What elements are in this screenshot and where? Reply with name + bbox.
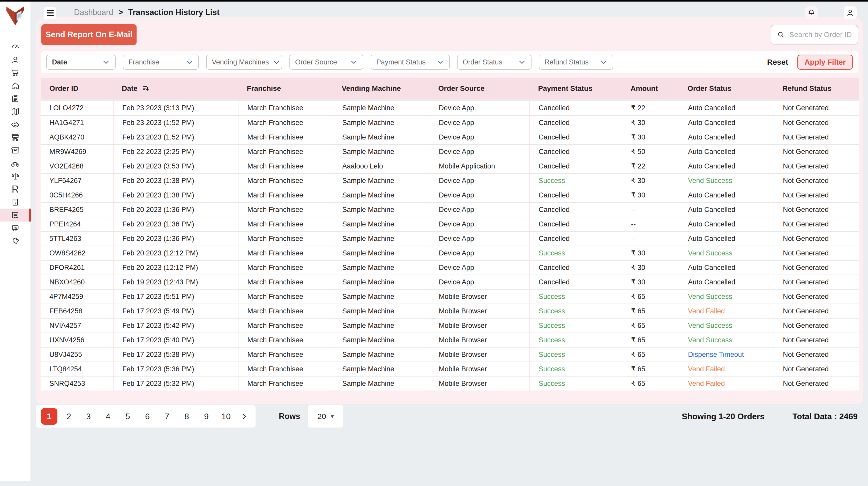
sidebar-item-compliance[interactable] xyxy=(0,170,31,183)
cell-vending-machine: Sample Machine xyxy=(333,362,429,376)
table-row: U8VJ4255Feb 17 2023 (5:38 PM)March Franc… xyxy=(41,347,859,362)
column-header-date[interactable]: Date xyxy=(113,78,238,99)
cell-vending-machine: Sample Machine xyxy=(333,188,429,202)
sidebar-item-machines[interactable] xyxy=(0,221,31,235)
filter-dropdown-order-status[interactable]: Order Status xyxy=(457,55,531,70)
cell-date: Feb 17 2023 (5:51 PM) xyxy=(113,290,238,304)
page-button-2[interactable]: 2 xyxy=(61,408,77,425)
next-page-button[interactable] xyxy=(236,408,252,425)
cell-amount: ₹ 65 xyxy=(622,290,679,304)
cell-order-id: NVIA4257 xyxy=(41,318,113,333)
cell-order-id: DFOR4261 xyxy=(41,261,113,275)
cell-order-status: Auto Cancelled xyxy=(679,101,774,115)
column-label: Payment Status xyxy=(538,84,593,93)
breadcrumb: Dashboard > Transaction History List xyxy=(74,3,220,22)
page-button-5[interactable]: 5 xyxy=(120,408,136,425)
cell-order-source: Device App xyxy=(430,246,529,260)
profile-button[interactable] xyxy=(844,6,857,19)
page-button-7[interactable]: 7 xyxy=(159,408,175,425)
filter-dropdown-franchise[interactable]: Franchise xyxy=(123,55,199,70)
cell-amount: ₹ 22 xyxy=(622,159,679,173)
table-row: OW8S4262Feb 20 2023 (12:12 PM)March Fran… xyxy=(41,246,859,260)
sidebar-item-dashboard[interactable] xyxy=(0,40,31,53)
filter-dropdown-date[interactable]: Date xyxy=(46,55,116,70)
cell-order-id: HA1G4271 xyxy=(41,116,113,130)
send-report-button[interactable]: Send Report On E-Mail xyxy=(41,24,136,45)
page-button-9[interactable]: 9 xyxy=(198,408,215,425)
cell-refund-status: Not Generated xyxy=(774,130,859,144)
apply-filter-button[interactable]: Apply Filter xyxy=(797,55,853,70)
sidebar-item-transaction-history[interactable] xyxy=(0,209,31,221)
cell-date: Feb 22 2023 (2:25 PM) xyxy=(113,145,238,159)
home-icon xyxy=(10,81,20,90)
filter-dropdown-vending-machines[interactable]: Vending Machines xyxy=(206,55,282,70)
sidebar-item-reports[interactable] xyxy=(0,92,31,105)
filter-label-order-status: Order Status xyxy=(463,58,502,66)
sidebar-item-home[interactable] xyxy=(0,79,31,92)
table-row: 0C5H4266Feb 20 2023 (1:38 PM)March Franc… xyxy=(41,188,859,202)
column-header-payment-status: Payment Status xyxy=(529,78,622,99)
filter-dropdown-order-source[interactable]: Order Source xyxy=(289,55,363,70)
sidebar-item-orders[interactable] xyxy=(0,66,31,79)
user-icon xyxy=(10,55,20,64)
cell-vending-machine: Sample Machine xyxy=(333,246,429,260)
sidebar-item-locations[interactable] xyxy=(0,105,31,118)
sidebar: R xyxy=(0,2,31,481)
cell-order-source: Device App xyxy=(430,174,529,188)
menu-toggle-button[interactable] xyxy=(44,7,56,19)
sort-desc-icon[interactable] xyxy=(142,84,150,93)
letter-r-icon: R xyxy=(12,184,19,194)
order-search xyxy=(771,25,858,44)
page-button-6[interactable]: 6 xyxy=(139,408,156,425)
breadcrumb-dashboard[interactable]: Dashboard xyxy=(74,8,113,17)
page-button-1[interactable]: 1 xyxy=(41,408,57,425)
column-header-amount: Amount xyxy=(622,78,679,99)
page-button-10[interactable]: 10 xyxy=(218,408,234,425)
page-button-3[interactable]: 3 xyxy=(80,408,97,425)
table-row: UXNV4256Feb 17 2023 (5:40 PM)March Franc… xyxy=(41,333,859,347)
filter-dropdown-payment-status[interactable]: Payment Status xyxy=(371,55,450,70)
kiosk-icon xyxy=(10,223,20,233)
cell-franchise: March Franchisee xyxy=(238,232,333,246)
cell-payment-status: Cancelled xyxy=(529,145,622,159)
cell-franchise: March Franchisee xyxy=(238,362,333,376)
sidebar-item-partners[interactable] xyxy=(0,118,31,131)
column-header-order-status: Order Status xyxy=(679,78,774,99)
filter-label-refund-status: Refund Status xyxy=(545,58,589,66)
rows-per-page-select[interactable]: 20 ▾ xyxy=(308,405,343,427)
page-button-8[interactable]: 8 xyxy=(179,408,195,425)
page-button-4[interactable]: 4 xyxy=(100,408,116,425)
column-label: Order Source xyxy=(438,84,485,93)
sidebar-item-device-report[interactable] xyxy=(0,195,31,209)
cell-order-status: Auto Cancelled xyxy=(679,203,774,217)
cell-vending-machine: Sample Machine xyxy=(333,174,429,188)
tablet-icon xyxy=(10,198,20,207)
sidebar-item-tags[interactable] xyxy=(0,235,31,247)
filter-dropdown-refund-status[interactable]: Refund Status xyxy=(539,55,613,70)
sidebar-item-customers[interactable] xyxy=(0,53,31,66)
chevron-down-icon xyxy=(269,58,280,66)
cell-order-source: Device App xyxy=(430,101,529,115)
sidebar-item-store[interactable] xyxy=(0,144,31,157)
sidebar-item-franchise-network[interactable] xyxy=(0,131,31,144)
cell-franchise: March Franchisee xyxy=(238,261,333,275)
sidebar-item-refunds[interactable]: R xyxy=(0,183,31,195)
cell-date: Feb 17 2023 (5:38 PM) xyxy=(113,347,238,362)
cell-order-status: Vend Success xyxy=(679,174,774,188)
search-input[interactable] xyxy=(789,31,852,39)
franchise-icon xyxy=(10,133,20,142)
cell-franchise: March Franchisee xyxy=(238,304,333,318)
column-header-refund-status: Refund Status xyxy=(774,78,859,99)
cell-order-id: OW8S4262 xyxy=(41,246,113,260)
chevron-down-icon xyxy=(596,58,608,66)
chevron-down-icon xyxy=(346,58,358,66)
cell-refund-status: Not Generated xyxy=(774,347,859,362)
cell-franchise: March Franchisee xyxy=(238,217,333,231)
notifications-button[interactable] xyxy=(805,6,818,19)
cell-date: Feb 20 2023 (12:12 PM) xyxy=(113,246,238,260)
reset-filters-button[interactable]: Reset xyxy=(767,58,788,66)
cell-amount: ₹ 30 xyxy=(622,174,679,188)
cell-date: Feb 17 2023 (5:42 PM) xyxy=(113,318,238,333)
cell-order-source: Mobile Browser xyxy=(430,304,529,318)
sidebar-item-delivery[interactable] xyxy=(0,157,31,170)
